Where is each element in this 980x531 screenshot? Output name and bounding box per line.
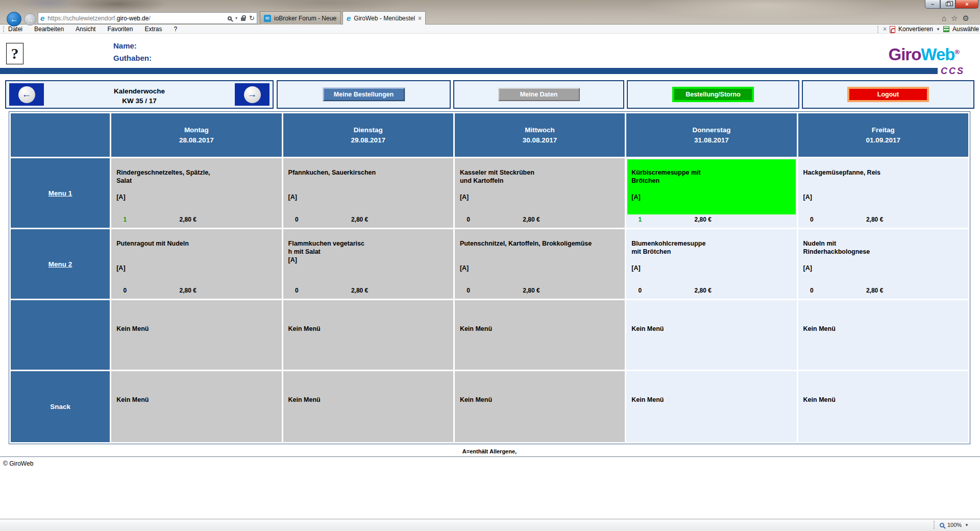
price: 2,80 € <box>351 287 368 294</box>
cell-footer: 02,80 € <box>798 287 968 295</box>
menu-table: Montag28.08.2017 Dienstag29.08.2017 Mitt… <box>9 111 970 444</box>
select-icon <box>943 26 949 32</box>
menu-cell: Putenschnitzel, Kartoffeln, Brokkoligemü… <box>455 229 625 299</box>
no-menu-text: Kein Menü <box>627 301 795 369</box>
toolbar-separator <box>877 26 878 33</box>
back-arrow-icon: ← <box>10 15 18 24</box>
tab-close-icon[interactable]: × <box>418 15 422 22</box>
my-data-button[interactable]: Meine Daten <box>498 88 580 101</box>
week-value: KW 35 / 17 <box>6 96 273 106</box>
previous-week-button[interactable]: ← <box>9 83 44 106</box>
toolbar-close-icon[interactable]: × <box>883 26 887 33</box>
row-header-menu1: Menu 1 <box>11 158 110 228</box>
order-count: 1 <box>124 216 127 223</box>
menu-item[interactable]: Kasseler mit Steckrüben und Kartoffeln [… <box>456 159 624 214</box>
menu-item[interactable]: Flammkuchen vegetarisc h mit Salat [A] <box>284 230 452 285</box>
order-count: 0 <box>467 287 470 294</box>
menu-item[interactable]: Nudeln mit Rinderhackbolognese [A] <box>799 230 967 285</box>
statusbar-separator <box>934 521 935 529</box>
minimize-button[interactable]: – <box>925 0 940 9</box>
menu-help[interactable]: ? <box>174 26 177 33</box>
menu-cell: Hackgemüsepfanne, Reis [A] 02,80 € <box>798 158 968 228</box>
menu-item[interactable]: Hackgemüsepfanne, Reis [A] <box>799 159 967 214</box>
day-date: 28.08.2017 <box>111 135 281 146</box>
close-button[interactable]: × <box>955 0 978 9</box>
no-menu-cell: Kein Menü <box>798 371 968 442</box>
search-icon[interactable] <box>228 16 232 20</box>
order-count: 0 <box>810 287 814 294</box>
home-icon[interactable]: ⌂ <box>942 14 946 23</box>
price: 2,80 € <box>523 216 540 223</box>
snack-row: Snack Kein Menü Kein Menü Kein Menü Kein… <box>11 371 968 442</box>
no-menu-text: Kein Menü <box>627 372 795 441</box>
table-corner-cell <box>11 113 110 157</box>
menu-item[interactable]: Putenragout mit Nudeln [A] <box>112 230 280 285</box>
menu-item[interactable]: Rindergeschnetzeltes, Spätzle, Salat [A] <box>112 159 280 214</box>
menu-bearbeiten[interactable]: Bearbeiten <box>34 26 64 33</box>
menu-item[interactable]: Pfannkuchen, Sauerkirschen [A] <box>284 159 452 214</box>
menu3-row: Kein Menü Kein Menü Kein Menü Kein Menü … <box>11 300 968 370</box>
my-orders-button[interactable]: Meine Bestellungen <box>323 88 405 101</box>
cell-footer: 02,80 € <box>626 287 796 295</box>
maximize-button[interactable] <box>940 0 955 9</box>
day-date: 31.08.2017 <box>626 135 796 146</box>
menu-ansicht[interactable]: Ansicht <box>76 26 95 33</box>
lock-icon[interactable] <box>241 17 246 21</box>
header-divider-bar <box>0 68 938 74</box>
tab-iobroker[interactable]: IO ioBroker Forum - Neues Them... <box>260 11 341 25</box>
menu2-link[interactable]: Menu 2 <box>48 260 72 268</box>
refresh-icon[interactable]: ↻ <box>249 14 255 22</box>
day-date: 01.09.2017 <box>798 135 968 146</box>
order-count: 0 <box>639 287 642 294</box>
zoom-dropdown-icon[interactable]: ▼ <box>965 523 969 527</box>
logout-button[interactable]: Logout <box>847 87 929 102</box>
pdf-toolbar: × Konvertieren ▼ Auswähle <box>876 25 979 34</box>
menu-favoriten[interactable]: Favoriten <box>107 26 133 33</box>
calendar-week-title: Kalenderwoche KW 35 / 17 <box>6 86 273 106</box>
menu-cell: Nudeln mit Rinderhackbolognese [A] 02,80… <box>798 229 968 299</box>
page-ie-icon: e <box>40 14 44 22</box>
convert-dropdown-icon[interactable]: ▼ <box>936 27 940 32</box>
order-storno-button[interactable]: Bestellung/Storno <box>672 87 754 102</box>
order-count: 0 <box>295 287 299 294</box>
menu-extras[interactable]: Extras <box>144 26 162 33</box>
search-dropdown-icon[interactable]: ▾ <box>235 16 237 20</box>
menu-cell-ordered: Kürbiscremesuppe mit Brötchen [A] 12,80 … <box>626 158 796 228</box>
menu1-link[interactable]: Menu 1 <box>48 189 72 197</box>
cell-footer: 02,80 € <box>111 287 281 295</box>
cell-footer: 02,80 € <box>283 287 453 295</box>
storno-panel: Bestellung/Storno <box>627 80 799 109</box>
day-header-montag: Montag28.08.2017 <box>111 113 281 157</box>
no-menu-text: Kein Menü <box>112 301 280 369</box>
tab-title: GiroWeb - Menübestellung <box>354 15 415 22</box>
menu-cell: Flammkuchen vegetarisc h mit Salat [A] 0… <box>283 229 453 299</box>
browser-forward-button[interactable]: → <box>24 13 36 26</box>
price: 2,80 € <box>180 287 197 294</box>
allergen-note: A=enthält Allergene, <box>9 448 970 454</box>
menu-item[interactable]: Blumenkohlcremesuppe mit Brötchen [A] <box>627 230 795 285</box>
giroweb-logo: GiroWeb® <box>889 46 960 63</box>
favorites-star-icon[interactable]: ☆ <box>951 14 958 23</box>
menu-item-selected[interactable]: Kürbiscremesuppe mit Brötchen [A] <box>627 159 795 214</box>
url-path: / <box>149 15 150 22</box>
menu-item[interactable]: Putenschnitzel, Kartoffeln, Brokkoligemü… <box>456 230 624 285</box>
url-scheme: https://schulewietzendorf. <box>47 15 116 22</box>
next-week-button[interactable]: → <box>235 83 270 106</box>
no-menu-text: Kein Menü <box>284 301 452 369</box>
menubar-grip <box>3 26 4 32</box>
row-header-empty <box>11 300 110 370</box>
iobroker-icon: IO <box>264 15 271 22</box>
tab-giroweb[interactable]: e GiroWeb - Menübestellung × <box>342 11 426 25</box>
menu-cell: Putenragout mit Nudeln [A] 02,80 € <box>111 229 281 299</box>
cell-footer: 02,80 € <box>455 216 625 224</box>
address-bar[interactable]: e https://schulewietzendorf.giro-web.de/… <box>38 12 257 24</box>
browser-back-button[interactable]: ← <box>7 12 21 27</box>
no-menu-text: Kein Menü <box>112 372 280 441</box>
logo-ccs: CCS <box>941 66 965 77</box>
zoom-control[interactable]: 100% ▼ <box>934 521 969 529</box>
settings-gear-icon[interactable]: ⚙ <box>963 14 969 23</box>
no-menu-text: Kein Menü <box>456 372 624 441</box>
convert-button[interactable]: Konvertieren <box>898 26 933 33</box>
select-button[interactable]: Auswähle <box>952 26 979 33</box>
week-title-label: Kalenderwoche <box>6 86 273 96</box>
